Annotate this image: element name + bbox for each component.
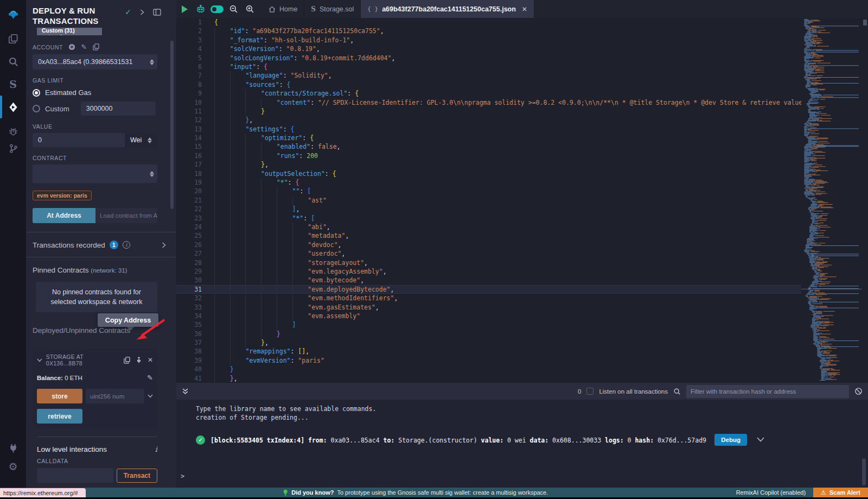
unit-stepper[interactable] bbox=[148, 137, 152, 143]
contract-select[interactable] bbox=[33, 165, 157, 183]
search-icon[interactable] bbox=[0, 52, 26, 71]
code-line[interactable]: 39 "evmVersion": "paris" bbox=[176, 356, 801, 365]
load-contract-placeholder[interactable]: Load contract from Addre bbox=[95, 208, 157, 223]
code-line[interactable]: 16 "runs": 200 bbox=[176, 151, 801, 160]
scam-alert-button[interactable]: ⚠ Scam Alert bbox=[813, 488, 868, 497]
code-line[interactable]: 29 "evm.legacyAssembly", bbox=[176, 267, 801, 276]
code-line[interactable]: 20 "": [ bbox=[176, 187, 801, 195]
code-line[interactable]: 23 "*": [ bbox=[176, 214, 801, 223]
copy-address-icon[interactable] bbox=[124, 357, 130, 364]
code-line[interactable]: 41 }, bbox=[176, 374, 801, 383]
code-line[interactable]: 10 "content": "// SPDX-License-Identifie… bbox=[176, 98, 801, 107]
code-line[interactable]: 13 "settings": { bbox=[176, 125, 801, 134]
store-function-button[interactable]: store bbox=[37, 389, 82, 403]
deploy-run-icon[interactable] bbox=[0, 98, 26, 116]
code-line[interactable]: 7 "language": "Solidity", bbox=[176, 71, 801, 80]
code-line[interactable]: 24 "abi", bbox=[176, 223, 801, 231]
copilot-toggle[interactable] bbox=[209, 0, 225, 18]
zoom-in-icon[interactable] bbox=[241, 0, 258, 18]
code-line[interactable]: 2 "id": "a69b43f277ba20fcac141151250ca75… bbox=[176, 27, 801, 35]
collapse-chevron-icon[interactable] bbox=[140, 9, 144, 15]
code-line[interactable]: 26 "devdoc", bbox=[176, 241, 801, 249]
code-line[interactable]: 6 "input": { bbox=[176, 62, 801, 71]
transact-button[interactable]: Transact bbox=[117, 469, 157, 483]
listen-checkbox[interactable] bbox=[586, 388, 593, 395]
code-line[interactable]: 19 "*": { bbox=[176, 178, 801, 187]
pin-contract-icon[interactable] bbox=[136, 357, 142, 364]
file-explorer-icon[interactable] bbox=[0, 29, 26, 48]
contract-collapse-chevron-icon[interactable] bbox=[37, 358, 42, 362]
code-line[interactable]: 27 "userdoc", bbox=[176, 249, 801, 258]
code-editor[interactable]: 1{2 "id": "a69b43f277ba20fcac141151250ca… bbox=[176, 18, 801, 383]
code-line[interactable]: 34 "evm.assembly" bbox=[176, 312, 801, 320]
code-line[interactable]: 21 "ast" bbox=[176, 196, 801, 205]
code-line[interactable]: 4 "solcVersion": "0.8.19", bbox=[176, 45, 801, 53]
tab-build-info-json[interactable]: { } a69b43f277ba20fcac141151250ca755.jso… bbox=[361, 0, 534, 18]
code-line[interactable]: 9 "contracts/Storage.sol": { bbox=[176, 89, 801, 98]
account-select[interactable]: 0xA03...85ac4 (0.39866531531 bbox=[33, 54, 157, 70]
retrieve-function-button[interactable]: retrieve bbox=[37, 409, 82, 424]
contract-instance-title[interactable]: STORAGE AT 0X136...8B78 bbox=[46, 353, 120, 367]
code-line[interactable]: 22 ], bbox=[176, 205, 801, 213]
code-line[interactable]: 30 "evm.bytecode", bbox=[176, 276, 801, 285]
edit-account-icon[interactable]: ✎ bbox=[81, 43, 87, 51]
lowlevel-info-icon[interactable]: i bbox=[155, 445, 157, 453]
remix-logo-icon[interactable] bbox=[0, 3, 26, 25]
custom-gas-input[interactable]: 3000000 bbox=[81, 102, 156, 116]
code-line[interactable]: 5 "solcLongVersion": "0.8.19+commit.7dd6… bbox=[176, 54, 801, 62]
edit-balance-icon[interactable]: ✎ bbox=[147, 374, 153, 382]
terminal-scrollbar-thumb[interactable] bbox=[862, 458, 866, 485]
custom-gas-radio[interactable] bbox=[33, 105, 40, 112]
remove-contract-icon[interactable]: ✕ bbox=[148, 356, 153, 364]
git-icon[interactable] bbox=[0, 139, 26, 157]
code-line[interactable]: 37 }, bbox=[176, 338, 801, 347]
editor-scrollbar-thumb[interactable] bbox=[863, 20, 867, 26]
ai-copilot-icon[interactable] bbox=[193, 0, 209, 18]
code-line[interactable]: 8 "sources": { bbox=[176, 80, 801, 89]
pin-panel-icon[interactable] bbox=[153, 9, 161, 16]
tab-home[interactable]: Home bbox=[262, 0, 304, 18]
calldata-input[interactable] bbox=[37, 468, 113, 483]
panel-scrollbar[interactable] bbox=[170, 41, 174, 209]
code-line[interactable]: 38 "remappings": [], bbox=[176, 347, 801, 356]
code-line[interactable]: 18 "outputSelection": { bbox=[176, 169, 801, 178]
tab-storage-sol[interactable]: S Storage.sol bbox=[304, 0, 361, 18]
copy-account-icon[interactable] bbox=[93, 43, 99, 50]
value-unit-select[interactable]: Wei bbox=[125, 133, 157, 147]
minimap[interactable] bbox=[801, 18, 862, 383]
tx-expand-chevron-icon[interactable] bbox=[162, 242, 166, 248]
account-stepper[interactable] bbox=[150, 59, 154, 65]
at-address-button[interactable]: At Address bbox=[33, 208, 95, 223]
expand-terminal-icon[interactable] bbox=[182, 388, 189, 395]
code-line[interactable]: 14 "optimizer": { bbox=[176, 134, 801, 142]
estimated-gas-radio[interactable] bbox=[33, 89, 40, 97]
code-line[interactable]: 40 } bbox=[176, 365, 801, 374]
plugin-manager-icon[interactable] bbox=[0, 439, 26, 457]
code-line[interactable]: 25 "metadata", bbox=[176, 231, 801, 240]
code-line[interactable]: 33 "evm.gasEstimates", bbox=[176, 303, 801, 312]
run-script-button[interactable] bbox=[176, 0, 193, 18]
debug-button[interactable]: Debug bbox=[714, 434, 747, 446]
tx-info-icon[interactable]: i bbox=[123, 241, 130, 249]
code-line[interactable]: 17 }, bbox=[176, 160, 801, 169]
copilot-status[interactable]: RemixAI Copilot (enabled) bbox=[736, 489, 806, 496]
settings-gear-icon[interactable]: ⚙ bbox=[0, 457, 26, 476]
code-line[interactable]: 36 } bbox=[176, 330, 801, 338]
filter-input[interactable]: Filter with transaction hash or address bbox=[686, 385, 849, 398]
transaction-log-row[interactable]: ✓ [block:5583405 txIndex:4] from: 0xa03.… bbox=[196, 436, 803, 445]
code-line[interactable]: 11 } bbox=[176, 107, 801, 116]
code-line[interactable]: 35 ] bbox=[176, 320, 801, 329]
add-account-icon[interactable] bbox=[68, 43, 75, 50]
code-line[interactable]: 15 "enabled": false, bbox=[176, 142, 801, 151]
tx-expand-icon[interactable] bbox=[757, 437, 764, 442]
code-line[interactable]: 12 }, bbox=[176, 116, 801, 124]
store-expand-chevron-icon[interactable] bbox=[148, 394, 153, 398]
terminal-prompt[interactable]: > bbox=[181, 472, 184, 480]
debugger-icon[interactable] bbox=[0, 122, 26, 140]
code-line[interactable]: 1{ bbox=[176, 18, 801, 27]
code-line[interactable]: 3 "_format": "hh-sol-build-info-1", bbox=[176, 36, 801, 45]
code-line[interactable]: 31 "evm.deployedBytecode", bbox=[176, 285, 801, 294]
value-input[interactable]: 0 bbox=[33, 133, 125, 147]
solidity-compiler-icon[interactable]: S bbox=[0, 75, 26, 93]
code-line[interactable]: 32 "evm.methodIdentifiers", bbox=[176, 294, 801, 302]
